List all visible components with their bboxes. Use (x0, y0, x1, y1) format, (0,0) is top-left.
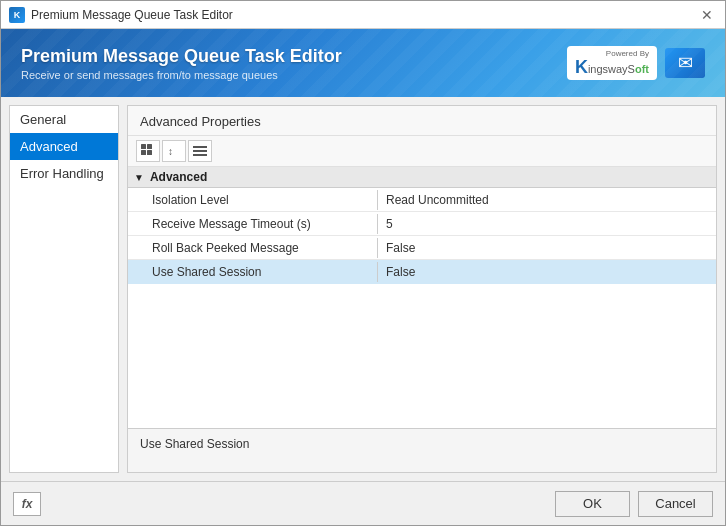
header-logo: Powered By K ingswaySoft ✉ (567, 46, 705, 80)
header-title-area: Premium Message Queue Task Editor Receiv… (21, 46, 567, 81)
header-title: Premium Message Queue Task Editor (21, 46, 567, 67)
categorized-icon (141, 144, 155, 158)
svg-rect-1 (147, 144, 152, 149)
properties-toolbar: ↕ (128, 136, 716, 167)
logo-k-letter: K (575, 58, 588, 76)
logo-box: Powered By K ingswaySoft (567, 46, 657, 80)
cancel-button[interactable]: Cancel (638, 491, 713, 517)
logo-brand-name: ingswaySoft (588, 64, 649, 75)
sidebar-item-advanced[interactable]: Advanced (10, 133, 118, 160)
window-title: Premium Message Queue Task Editor (31, 8, 697, 22)
property-value-timeout: 5 (378, 214, 716, 234)
section-label: Advanced (150, 170, 207, 184)
sort-button[interactable]: ↕ (162, 140, 186, 162)
properties-grid: ▼ Advanced Isolation Level Read Uncommit… (128, 167, 716, 428)
property-row-isolation-level: Isolation Level Read Uncommitted (128, 188, 716, 212)
svg-text:↕: ↕ (168, 146, 173, 157)
property-name-rollback: Roll Back Peeked Message (128, 238, 378, 258)
content-header: Advanced Properties (128, 106, 716, 136)
fx-button[interactable]: fx (13, 492, 41, 516)
bottom-right: OK Cancel (555, 491, 713, 517)
property-row-timeout: Receive Message Timeout (s) 5 (128, 212, 716, 236)
close-button[interactable]: ✕ (697, 5, 717, 25)
property-name-isolation-level: Isolation Level (128, 190, 378, 210)
content-area: Advanced Properties ↕ (127, 105, 717, 473)
property-value-rollback: False (378, 238, 716, 258)
main-window: K Premium Message Queue Task Editor ✕ Pr… (0, 0, 726, 526)
property-row-shared-session[interactable]: Use Shared Session False (128, 260, 716, 284)
info-panel: Use Shared Session (128, 428, 716, 472)
list-view-button[interactable] (188, 140, 212, 162)
categorized-view-button[interactable] (136, 140, 160, 162)
property-name-timeout: Receive Message Timeout (s) (128, 214, 378, 234)
app-icon: K (9, 7, 25, 23)
envelope-icon: ✉ (665, 48, 705, 78)
title-bar: K Premium Message Queue Task Editor ✕ (1, 1, 725, 29)
bottom-left: fx (13, 492, 41, 516)
list-icon (193, 144, 207, 158)
property-value-shared-session: False (378, 262, 716, 282)
window-controls: ✕ (697, 5, 717, 25)
chevron-down-icon: ▼ (134, 172, 144, 183)
ok-button[interactable]: OK (555, 491, 630, 517)
main-content: General Advanced Error Handling Advanced… (1, 97, 725, 481)
bottom-bar: fx OK Cancel (1, 481, 725, 525)
sidebar: General Advanced Error Handling (9, 105, 119, 473)
svg-rect-0 (141, 144, 146, 149)
powered-by-text: Powered By (606, 50, 649, 58)
svg-rect-2 (141, 150, 146, 155)
property-value-isolation-level: Read Uncommitted (378, 190, 716, 210)
property-name-shared-session: Use Shared Session (128, 262, 378, 282)
svg-rect-7 (193, 154, 207, 156)
header-banner: Premium Message Queue Task Editor Receiv… (1, 29, 725, 97)
svg-rect-5 (193, 146, 207, 148)
advanced-section-header[interactable]: ▼ Advanced (128, 167, 716, 188)
header-subtitle: Receive or send messages from/to message… (21, 69, 567, 81)
info-panel-text: Use Shared Session (140, 437, 249, 451)
sidebar-item-general[interactable]: General (10, 106, 118, 133)
sort-icon: ↕ (167, 144, 181, 158)
svg-rect-6 (193, 150, 207, 152)
property-row-rollback: Roll Back Peeked Message False (128, 236, 716, 260)
sidebar-item-error-handling[interactable]: Error Handling (10, 160, 118, 187)
svg-rect-3 (147, 150, 152, 155)
